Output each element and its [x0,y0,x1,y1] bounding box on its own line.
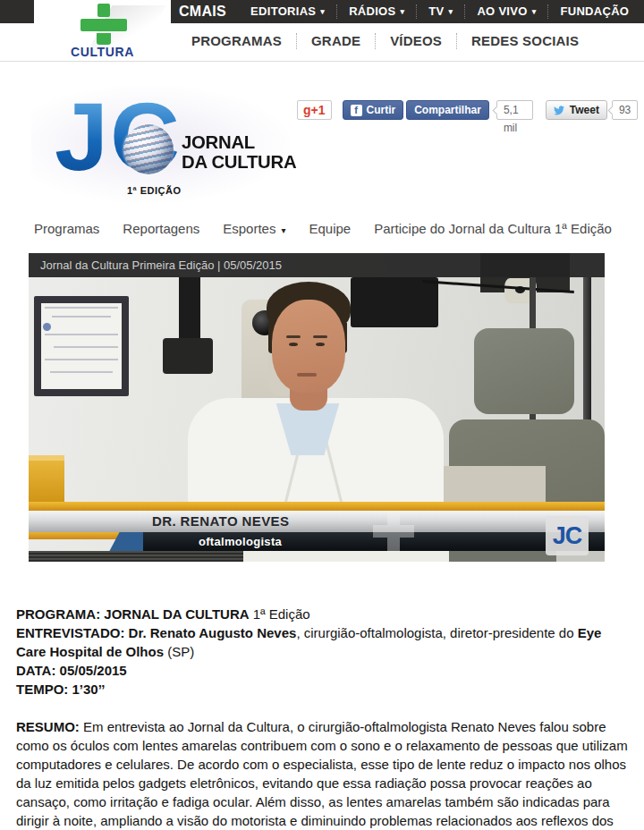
entrevistado-line: ENTREVISTADO: Dr. Renato Augusto Neves, … [16,623,633,661]
logo-title-line2: DA CULTURA [182,151,296,173]
nav-item-editorias[interactable]: EDITORIAS [239,4,336,19]
cultura-wordmark: CULTURA [34,45,171,59]
tweet-button[interactable]: Tweet [546,100,607,120]
equipment-head [163,338,213,374]
video-player[interactable]: Jornal da Cultura Primeira Edição | 05/0… [29,253,605,562]
jc-letter-j: J [55,92,108,182]
nav-item-fundacao[interactable]: FUNDAÇÃO [547,4,640,19]
article-summary: PROGRAMA: JORNAL DA CULTURA 1ª Edição EN… [16,605,633,830]
video-bottom-strip [29,551,605,562]
nav-item-ao-vivo[interactable]: AO VIVO [464,4,547,19]
tempo-value: TEMPO: 1’30’’ [16,682,105,697]
jc-watermark: JC [546,516,589,555]
equipment-arm [351,277,438,327]
lower-third-name: DR. RENATO NEVES [29,511,605,532]
programa-label: PROGRAMA: JORNAL DA CULTURA [16,606,250,622]
facebook-share-button[interactable]: Compartilhar [406,100,489,120]
program-nav: Programas Reportagens Esportes Equipe Pa… [34,221,635,236]
doctor-eyebrow [313,335,327,338]
entrevistado-state: (SP) [164,644,194,659]
program-nav-equipe[interactable]: Equipe [309,221,352,236]
nav-item-programas[interactable]: PROGRAMAS [177,33,296,49]
program-nav-participe[interactable]: Participe do Jornal da Cultura 1ª Edição [374,221,612,236]
doctor-face [272,300,345,393]
twitter-bird-icon [552,105,566,116]
tempo-line: TEMPO: 1’30’’ [16,680,633,699]
facebook-like-button[interactable]: f Curtir [343,100,404,120]
programa-value: 1ª Edição [250,606,310,622]
doctor-eye [289,343,298,346]
exam-chair-headrest [474,328,574,414]
doctor-eyebrow [286,335,301,338]
nav-item-videos[interactable]: VÍDEOS [375,33,456,49]
data-value: DATA: 05/05/2015 [16,663,127,678]
page: CMAIS EDITORIAS RÁDIOS TV AO VIVO FUNDAÇ… [0,0,644,830]
data-line: DATA: 05/05/2015 [16,661,633,680]
nav-item-radios[interactable]: RÁDIOS [336,4,416,19]
entrevistado-role: , cirurgião-oftalmologista, diretor-pres… [296,625,577,640]
programa-line: PROGRAMA: JORNAL DA CULTURA 1ª Edição [16,605,633,623]
jornal-da-cultura-logo[interactable]: J C JORNAL DA CULTURA 1ª EDIÇÃO [31,85,291,203]
secondary-nav: PROGRAMAS GRADE VÍDEOS REDES SOCIAIS [177,23,593,59]
facebook-icon: f [351,105,362,116]
resumo-paragraph: RESUMO: Em entrevista ao Jornal da Cultu… [16,717,633,830]
social-share-bar: g+1 f Curtir Compartilhar 5,1 mil Tweet … [297,100,644,127]
nav-item-redes-sociais[interactable]: REDES SOCIAIS [456,33,593,49]
entrevistado-label: ENTREVISTADO: Dr. Renato Augusto Neves [16,625,296,640]
lower-third-gold-stripe [29,502,605,511]
nav-item-cmais[interactable]: CMAIS [172,3,239,21]
google-plus-one-button[interactable]: g+1 [297,100,332,120]
tweet-count[interactable]: 93 [612,100,638,120]
doctor-mouth [297,373,317,377]
globe-icon [123,124,174,174]
cultura-cross-icon [80,4,127,45]
resumo-label: RESUMO: [16,719,80,734]
doctor-eye [316,343,325,346]
share-label: Compartilhar [414,101,481,119]
program-nav-programas[interactable]: Programas [34,221,99,236]
program-nav-reportagens[interactable]: Reportagens [123,221,199,236]
program-nav-esportes[interactable]: Esportes [223,221,285,236]
header-divider [0,61,644,62]
like-label: Curtir [367,101,396,119]
nav-item-tv[interactable]: TV [416,4,464,19]
logo-title-line1: JORNAL [182,131,255,153]
facebook-share-count[interactable]: 5,1 mil [496,100,533,120]
framed-diploma [34,296,129,396]
logo-edition: 1ª EDIÇÃO [127,185,182,196]
cultura-logo[interactable]: CULTURA [34,0,171,59]
top-nav: CMAIS EDITORIAS RÁDIOS TV AO VIVO FUNDAÇ… [172,0,640,23]
yellow-box [29,455,64,504]
tweet-label: Tweet [570,101,599,119]
nav-item-grade[interactable]: GRADE [296,33,375,49]
video-title-bar: Jornal da Cultura Primeira Edição | 05/0… [29,253,605,277]
resumo-text: Em entrevista ao Jornal da Cultura, o ci… [16,719,628,830]
cultura-cross-watermark-icon [373,511,414,552]
